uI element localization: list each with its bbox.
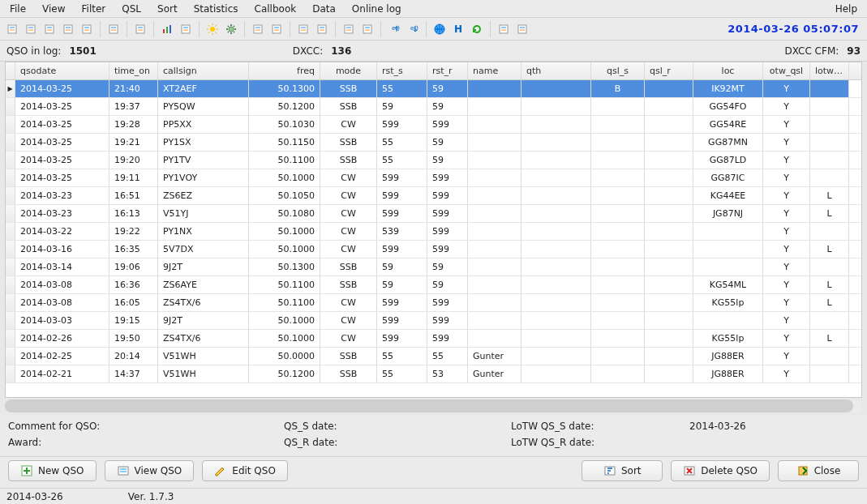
cell-rsts: 599 xyxy=(377,187,427,204)
cell-callsign: 5V7DX xyxy=(158,241,249,258)
status-bar: 2014-03-26 Ver. 1.7.3 xyxy=(0,488,867,504)
cell-otw: Y xyxy=(763,116,810,133)
col-qsodate[interactable]: qsodate xyxy=(15,62,109,79)
delete-qso-button[interactable]: Delete QSO xyxy=(671,460,770,481)
new-qso-button[interactable] xyxy=(3,20,21,38)
cell-mode: SSB xyxy=(320,152,377,169)
sort-button[interactable]: Sort xyxy=(582,460,663,481)
table-row[interactable]: 2014-03-2519:28PP5XX50.1030CW599599GG54R… xyxy=(6,116,861,134)
table-row[interactable]: 2014-03-2521:40XT2AEF50.1300SSB5559BIK92… xyxy=(6,80,861,98)
menu-sort[interactable]: Sort xyxy=(149,2,186,16)
table-row[interactable]: 2014-03-0319:159J2T50.1000CW599599Y xyxy=(6,312,861,330)
eq-up-button[interactable]: eQ xyxy=(385,20,403,38)
list-green-button[interactable] xyxy=(294,20,312,38)
row-marker xyxy=(6,312,15,329)
table-row[interactable]: 2014-03-1616:355V7DX50.1000CW599599YL xyxy=(6,241,861,258)
menu-qsl[interactable]: QSL xyxy=(114,2,149,16)
col-otw[interactable]: otw_qsl xyxy=(763,62,810,79)
menu-statistics[interactable]: Statistics xyxy=(186,2,247,16)
doc-new-button[interactable] xyxy=(249,20,267,38)
menu-filter[interactable]: Filter xyxy=(74,2,114,16)
cell-qslr xyxy=(645,365,693,382)
col-qslr[interactable]: qsl_r xyxy=(645,62,693,79)
view-qso-button[interactable]: View QSO xyxy=(105,460,195,481)
table-row[interactable]: 2014-03-0816:05ZS4TX/650.1100CW599599KG5… xyxy=(6,294,861,312)
table-body[interactable]: 2014-03-2521:40XT2AEF50.1300SSB5559BIK92… xyxy=(6,80,861,397)
cell-freq: 50.1300 xyxy=(249,80,320,97)
chart-bar-button[interactable] xyxy=(158,20,176,38)
tool-wrench-button[interactable] xyxy=(105,20,122,38)
export-button[interactable] xyxy=(340,20,358,38)
col-loc[interactable]: loc xyxy=(693,62,763,79)
col-freq[interactable]: freq xyxy=(249,62,320,79)
table-row[interactable]: 2014-03-2316:51ZS6EZ50.1050CW599599KG44E… xyxy=(6,187,861,205)
table-row[interactable]: 2014-02-2114:37V51WH50.1200SSB5553Gunter… xyxy=(6,365,861,383)
close-button[interactable]: Close xyxy=(778,460,859,481)
table-row[interactable]: 2014-02-2619:50ZS4TX/650.1000CW599599KG5… xyxy=(6,330,861,348)
copy-qso-button[interactable] xyxy=(59,20,77,38)
col-qth[interactable]: qth xyxy=(521,62,591,79)
cell-timeon: 20:14 xyxy=(109,348,158,365)
table-row[interactable]: 2014-03-2316:13V51YJ50.1080CW599599JG87N… xyxy=(6,205,861,223)
cell-timeon: 19:28 xyxy=(109,116,158,133)
menu-view[interactable]: View xyxy=(34,2,73,16)
cell-loc: GG87LD xyxy=(693,152,763,169)
table-row[interactable]: 2014-03-1419:069J2T50.1300SSB5959Y xyxy=(6,258,861,276)
eq-down-button[interactable]: eQ xyxy=(404,20,422,38)
gear-button[interactable] xyxy=(222,20,240,38)
row-marker xyxy=(6,258,15,275)
col-rsts[interactable]: rst_s xyxy=(377,62,427,79)
cell-timeon: 19:15 xyxy=(109,312,158,329)
sun-button[interactable] xyxy=(204,20,221,38)
cell-loc xyxy=(693,312,763,329)
grid-button[interactable] xyxy=(78,20,96,38)
table-row[interactable]: 2014-03-0816:36ZS6AYE50.1100SSB5959KG54M… xyxy=(6,276,861,294)
refresh-button[interactable] xyxy=(468,20,486,38)
table-button[interactable] xyxy=(177,20,195,38)
cell-name xyxy=(468,312,521,329)
new-qso-label: New QSO xyxy=(38,465,84,476)
menu-data[interactable]: Data xyxy=(304,2,344,16)
lotw-qss-value: 2014-03-26 xyxy=(689,421,859,432)
col-name[interactable]: name xyxy=(468,62,521,79)
table-row[interactable]: 2014-03-2519:21PY1SX50.1150SSB5559GG87MN… xyxy=(6,134,861,152)
col-rstr[interactable]: rst_r xyxy=(427,62,468,79)
col-mode[interactable]: mode xyxy=(320,62,377,79)
toolbar-separator xyxy=(335,21,336,37)
list-blue-button[interactable] xyxy=(313,20,331,38)
doc-button[interactable] xyxy=(268,20,285,38)
menu-help[interactable]: Help xyxy=(827,2,865,16)
globe-button[interactable] xyxy=(431,20,449,38)
edit-qso-button[interactable] xyxy=(41,20,58,38)
table-row[interactable]: 2014-03-2219:22PY1NX50.1000CW539599Y xyxy=(6,223,861,241)
table-row[interactable]: 2014-03-2519:37PY5QW50.1200SSB5959GG54FO… xyxy=(6,98,861,116)
cell-qth xyxy=(521,169,591,186)
device-button[interactable] xyxy=(495,20,513,38)
table-row[interactable]: 2014-02-2520:14V51WH50.0000SSB5555Gunter… xyxy=(6,348,861,365)
cell-loc: GG87IC xyxy=(693,169,763,186)
home-button[interactable]: H xyxy=(449,20,467,38)
cell-rstr: 59 xyxy=(427,276,468,293)
scrollbar-thumb[interactable] xyxy=(5,399,853,412)
window-button[interactable] xyxy=(131,20,149,38)
menu-onlinelog[interactable]: Online log xyxy=(344,2,410,16)
import-button[interactable] xyxy=(358,20,376,38)
cell-qth xyxy=(521,276,591,293)
table-row[interactable]: 2014-03-2519:11PY1VOY50.1000CW599599GG87… xyxy=(6,169,861,187)
new-qso-button[interactable]: New QSO xyxy=(8,460,97,481)
cell-callsign: PY1SX xyxy=(158,134,249,151)
col-qsls[interactable]: qsl_s xyxy=(591,62,645,79)
row-marker xyxy=(6,205,15,222)
cell-callsign: PY5QW xyxy=(158,98,249,115)
col-lotw[interactable]: lotw_q xyxy=(810,62,849,79)
props-button[interactable] xyxy=(513,20,531,38)
horizontal-scrollbar[interactable] xyxy=(5,399,862,412)
menu-callbook[interactable]: Callbook xyxy=(247,2,305,16)
cell-qsls xyxy=(591,294,645,311)
table-row[interactable]: 2014-03-2519:20PY1TV50.1100SSB5559GG87LD… xyxy=(6,152,861,169)
col-timeon[interactable]: time_on xyxy=(109,62,158,79)
col-callsign[interactable]: callsign xyxy=(158,62,249,79)
menu-file[interactable]: File xyxy=(2,2,34,16)
view-qso-button[interactable] xyxy=(22,20,40,38)
edit-qso-button[interactable]: Edit QSO xyxy=(202,460,288,481)
